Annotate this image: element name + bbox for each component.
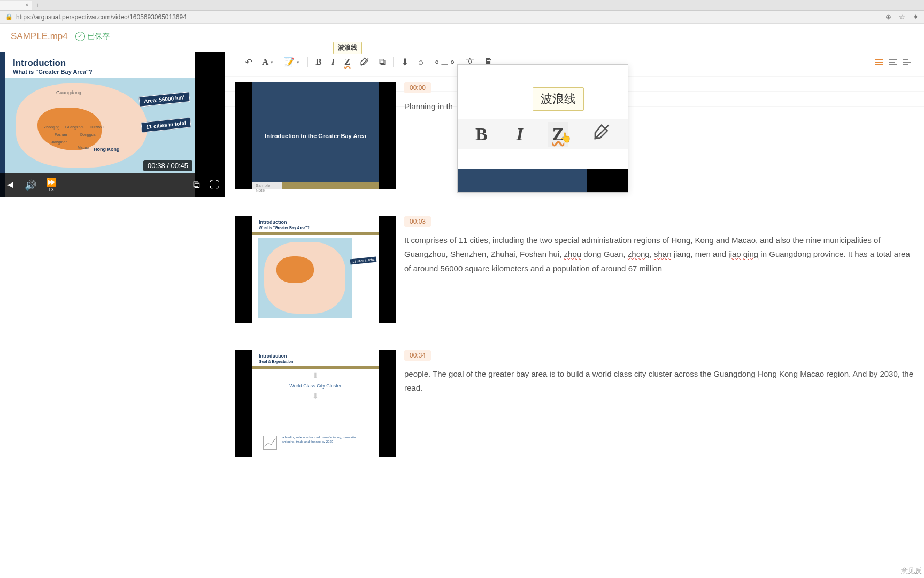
speed-button[interactable]: ⏩ 1X	[46, 178, 57, 192]
map-label: Zhaoqing	[44, 125, 59, 129]
video-controls: ◄ 🔊 ⏩ 1X ⧉ ⛶	[0, 173, 225, 197]
popup-tooltip: 波浪线	[533, 87, 584, 111]
undo-button[interactable]: ↶	[245, 57, 252, 68]
previous-icon[interactable]: ◄	[5, 179, 15, 191]
transcript-block: Introduction What is "Greater Bay Area"?…	[235, 206, 913, 323]
thumb-subtitle: What is "Greater Bay Area"?	[259, 226, 310, 230]
search-button[interactable]: ⌕	[418, 57, 424, 67]
map-label: Jiangmen	[51, 140, 67, 144]
transcript-text[interactable]: It comprises of 11 cities, including the…	[404, 233, 913, 276]
download-button[interactable]: ⬇	[401, 57, 409, 68]
thumb-title: Introduction to the Greater Bay Area	[265, 133, 366, 139]
new-tab-button[interactable]: +	[32, 2, 43, 9]
video-slide-subtitle: What is "Greater Bay Area"?	[13, 69, 93, 75]
video-map: Guangdong Hong Kong Zhaoqing Guangzhou H…	[5, 78, 195, 173]
map-label: Hong Kong	[94, 147, 120, 152]
share-button[interactable]: ⚬⚊⚬	[433, 57, 456, 68]
map-label: Dongguan	[80, 133, 97, 136]
speed-label: 1X	[48, 187, 54, 192]
capture-icon[interactable]: ⧉	[193, 179, 200, 191]
thumb-title: Introduction	[259, 353, 287, 359]
timestamp-badge[interactable]: 00:34	[404, 350, 431, 361]
video-slide-title: Introduction	[13, 58, 66, 69]
map-banner-area: Area: 56000 km²	[139, 92, 190, 107]
arrow-down-icon: ⬇	[312, 371, 319, 380]
save-status: ✓ 已保存	[75, 32, 110, 41]
svg-line-0	[361, 58, 369, 66]
chart-icon	[263, 436, 277, 450]
thumb-subtitle: Goal & Expectation	[259, 360, 293, 363]
slide-thumbnail[interactable]: Introduction to the Greater Bay Area Sam…	[235, 82, 396, 189]
map-label: Macau	[78, 146, 89, 149]
slide-thumbnail[interactable]: Introduction What is "Greater Bay Area"?…	[235, 216, 396, 323]
highlight-button[interactable]: 📝▼	[283, 57, 300, 68]
timestamp-badge[interactable]: 00:03	[404, 216, 431, 227]
check-icon: ✓	[75, 32, 85, 41]
map-label: Guangzhou	[65, 125, 84, 129]
address-bar: 🔒 https://argusuat.perspectivar.com/vide…	[0, 11, 924, 24]
file-name: SAMPLE.mp4	[11, 31, 68, 42]
transcript-block: Introduction Goal & Expectation ⬇ World …	[235, 339, 913, 457]
url-text[interactable]: https://argusuat.perspectivar.com/video/…	[16, 13, 886, 21]
map-label: Huizhou	[90, 125, 104, 129]
italic-button[interactable]: I	[331, 57, 335, 67]
feedback-link[interactable]: 意见反	[901, 566, 922, 576]
zoom-icon[interactable]: ⊕	[886, 13, 891, 21]
cursor-icon: 👆	[560, 132, 572, 143]
copy-button[interactable]: ⧉	[379, 57, 386, 67]
tab-close-icon[interactable]: ×	[25, 2, 28, 8]
view-detail-icon[interactable]	[889, 59, 897, 65]
timestamp-badge[interactable]: 00:00	[404, 82, 431, 93]
map-label: Foshan	[55, 133, 67, 136]
bold-button[interactable]: B	[315, 57, 321, 67]
thumb-cluster-label: World Class City Cluster	[289, 383, 341, 389]
font-button[interactable]: A▼	[262, 57, 274, 67]
saved-label: 已保存	[87, 32, 110, 41]
thumb-title: Introduction	[259, 219, 287, 225]
browser-tab[interactable]: ×	[0, 1, 32, 10]
thumb-banner: 11 cities in total	[350, 256, 376, 264]
volume-icon[interactable]: 🔊	[25, 179, 36, 191]
slide-thumbnail[interactable]: Introduction Goal & Expectation ⬇ World …	[235, 350, 396, 457]
clear-format-button[interactable]	[360, 57, 369, 67]
format-popup: 波浪线 B I Z 👆	[457, 64, 628, 193]
bookmark-icon[interactable]: ☆	[899, 13, 905, 21]
arrow-down-icon: ⬇	[312, 392, 319, 400]
video-time: 00:38 / 00:45	[143, 160, 192, 171]
popup-italic-button[interactable]: I	[512, 122, 527, 147]
fast-forward-icon: ⏩	[46, 178, 57, 187]
video-player[interactable]: Introduction What is "Greater Bay Area"?…	[0, 52, 225, 197]
lock-icon: 🔒	[5, 13, 13, 20]
map-banner-cities: 11 cities in total	[141, 117, 191, 133]
thumb-description: a leading role in advanced manufacturing…	[282, 436, 371, 444]
view-compact-icon[interactable]	[903, 59, 911, 65]
popup-bold-button[interactable]: B	[471, 122, 492, 147]
map-label: Guangdong	[56, 90, 81, 95]
popup-clear-button[interactable]	[589, 121, 614, 147]
view-list-icon[interactable]	[875, 59, 883, 65]
extensions-icon[interactable]: ✦	[913, 13, 919, 21]
fullscreen-icon[interactable]: ⛶	[210, 179, 219, 191]
app-header: SAMPLE.mp4 ✓ 已保存	[0, 24, 924, 49]
video-pane: Introduction What is "Greater Bay Area"?…	[0, 49, 225, 578]
wavy-tooltip: 波浪线	[333, 42, 362, 54]
popup-wavy-button[interactable]: Z 👆	[548, 122, 569, 147]
browser-tab-bar: × +	[0, 0, 924, 11]
wavy-underline-button[interactable]: Z 波浪线	[344, 57, 350, 67]
transcript-text[interactable]: people. The goal of the greater bay area…	[404, 367, 913, 396]
popup-toolbar-row: B I Z 👆	[458, 119, 628, 149]
thumb-note-label: Sample Note	[252, 182, 282, 189]
